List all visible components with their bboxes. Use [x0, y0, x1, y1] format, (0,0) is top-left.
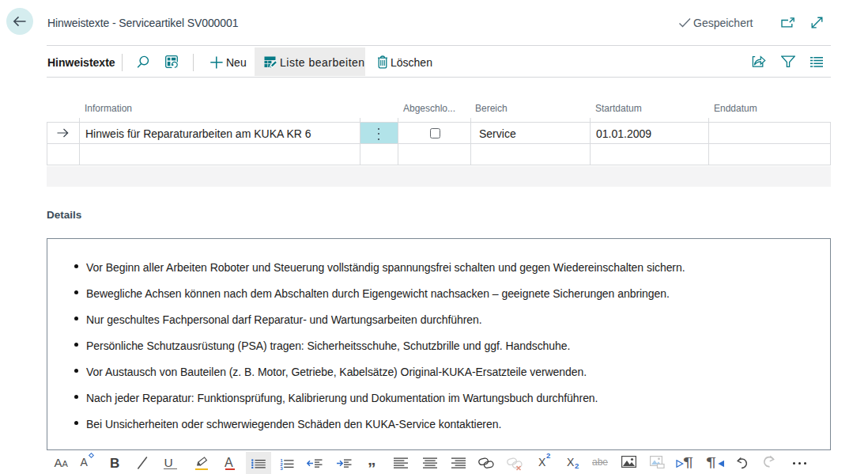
svg-text:3: 3 — [280, 466, 283, 470]
